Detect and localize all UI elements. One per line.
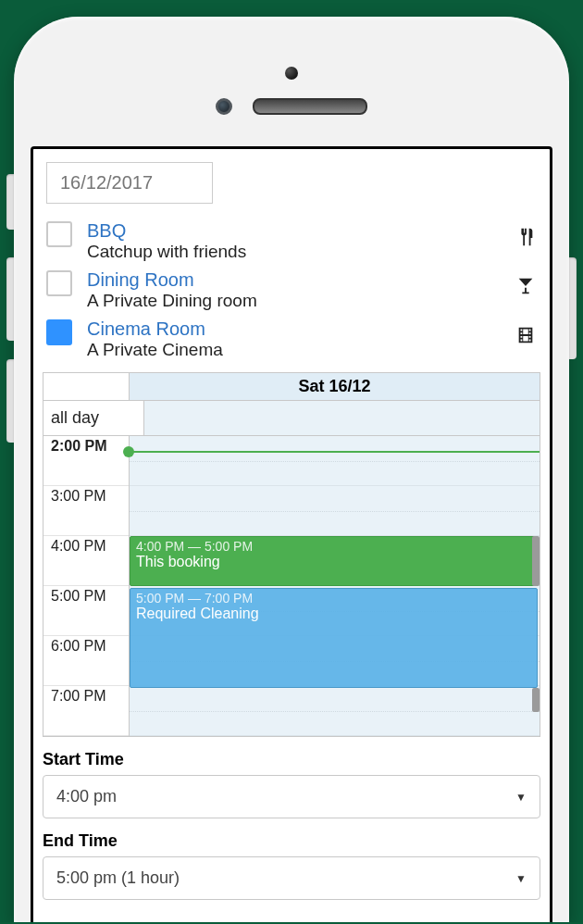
hour-label: 4:00 PM	[43, 536, 129, 586]
end-time-label: End Time	[43, 831, 540, 851]
hour-label: 7:00 PM	[43, 686, 129, 736]
resource-title[interactable]: Cinema Room	[87, 318, 503, 340]
start-time-value: 4:00 pm	[56, 787, 117, 806]
resource-item-dining[interactable]: Dining Room A Private Dining room	[46, 266, 540, 315]
calendar-gutter-header	[43, 373, 130, 401]
hour-label: 3:00 PM	[43, 486, 129, 536]
calendar-day-column[interactable]: 4:00 PM — 5:00 PM This booking 5:00 PM —…	[130, 436, 540, 736]
phone-frame: 16/12/2017 BBQ Catchup with friends Dini…	[14, 17, 569, 922]
scrollbar-thumb[interactable]	[532, 688, 540, 712]
volume-down-button	[6, 359, 14, 443]
phone-top	[31, 35, 552, 146]
event-title: This booking	[136, 554, 531, 570]
hour-label: 5:00 PM	[43, 586, 129, 636]
resource-item-cinema[interactable]: Cinema Room A Private Cinema	[46, 315, 540, 364]
app-screen: 16/12/2017 BBQ Catchup with friends Dini…	[31, 146, 552, 922]
time-gutter: 2:00 PM 3:00 PM 4:00 PM 5:00 PM 6:00 PM …	[43, 436, 130, 736]
sensor-icon	[216, 98, 232, 115]
event-title: Required Cleaning	[136, 606, 531, 622]
calendar-body[interactable]: 2:00 PM 3:00 PM 4:00 PM 5:00 PM 6:00 PM …	[43, 436, 540, 736]
resource-desc: Catchup with friends	[87, 242, 503, 263]
start-time-section: Start Time 4:00 pm ▼	[43, 750, 540, 818]
chevron-down-icon: ▼	[515, 791, 527, 804]
utensils-icon	[511, 227, 540, 253]
end-time-select[interactable]: 5:00 pm (1 hour) ▼	[43, 856, 540, 900]
start-time-label: Start Time	[43, 750, 540, 769]
power-button	[569, 257, 577, 359]
event-cleaning[interactable]: 5:00 PM — 7:00 PM Required Cleaning	[130, 588, 538, 688]
side-button	[6, 174, 14, 230]
allday-label: all day	[43, 401, 144, 436]
now-indicator-line	[129, 451, 540, 453]
resource-list: BBQ Catchup with friends Dining Room A P…	[46, 217, 540, 363]
event-time: 5:00 PM — 7:00 PM	[136, 591, 531, 606]
hour-label: 6:00 PM	[43, 636, 129, 686]
resource-desc: A Private Dining room	[87, 291, 503, 312]
start-time-select[interactable]: 4:00 pm ▼	[43, 775, 540, 818]
allday-cell[interactable]	[144, 401, 540, 436]
volume-up-button	[6, 257, 14, 341]
checkbox[interactable]	[46, 319, 72, 345]
scrollbar-thumb[interactable]	[532, 536, 540, 586]
resource-title[interactable]: Dining Room	[87, 268, 503, 291]
checkbox[interactable]	[46, 221, 72, 247]
resource-title[interactable]: BBQ	[87, 219, 503, 242]
camera-icon	[285, 67, 298, 80]
hour-label: 2:00 PM	[43, 436, 129, 486]
chevron-down-icon: ▼	[515, 872, 527, 885]
speaker-icon	[253, 98, 367, 115]
film-icon	[511, 325, 540, 351]
end-time-section: End Time 5:00 pm (1 hour) ▼	[43, 831, 540, 900]
calendar: Sat 16/12 all day 2:00 PM 3:00 PM 4:00 P…	[43, 372, 540, 737]
event-time: 4:00 PM — 5:00 PM	[136, 539, 531, 554]
end-time-value: 5:00 pm (1 hour)	[56, 868, 180, 888]
event-this-booking[interactable]: 4:00 PM — 5:00 PM This booking	[130, 536, 538, 586]
martini-icon	[511, 276, 540, 302]
resource-item-bbq[interactable]: BBQ Catchup with friends	[46, 217, 540, 266]
calendar-day-header: Sat 16/12	[130, 373, 540, 401]
date-input[interactable]: 16/12/2017	[46, 162, 213, 204]
checkbox[interactable]	[46, 270, 72, 296]
resource-desc: A Private Cinema	[87, 340, 503, 361]
